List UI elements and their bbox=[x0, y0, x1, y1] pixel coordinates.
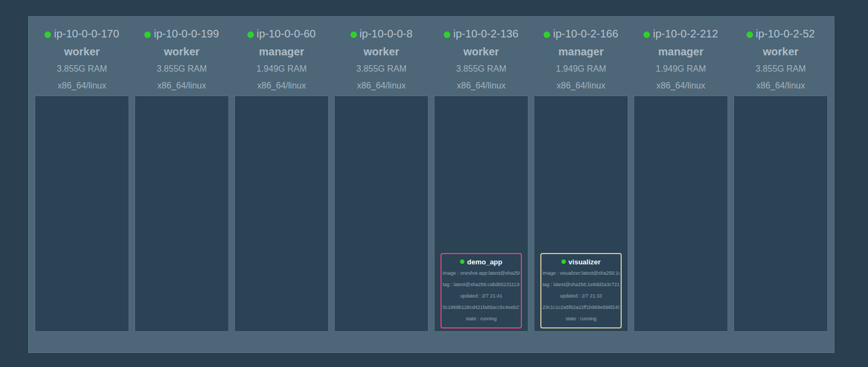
node-hostname-row: ip-10-0-0-60 bbox=[234, 24, 329, 43]
node-memory: 3.855G RAM bbox=[334, 60, 429, 77]
node-memory: 1.949G RAM bbox=[234, 60, 329, 77]
node-tasks-area bbox=[35, 96, 129, 332]
node-hostname-row: ip-10-0-2-166 bbox=[534, 24, 628, 43]
node-memory: 3.855G RAM bbox=[35, 60, 129, 77]
node-card: ip-10-0-2-166 manager 1.949G RAM x86_64/… bbox=[531, 24, 631, 332]
task-card: visualizer image : visualizer:latest@sha… bbox=[540, 253, 622, 328]
node-tasks-area bbox=[234, 96, 329, 332]
node-hostname-row: ip-10-0-0-199 bbox=[135, 24, 229, 43]
node-hostname-row: ip-10-0-0-8 bbox=[334, 24, 429, 43]
node-tasks-area bbox=[733, 96, 828, 332]
node-hostname-row: ip-10-0-2-52 bbox=[733, 24, 828, 43]
task-status-dot-icon bbox=[460, 260, 464, 264]
node-role: worker bbox=[733, 43, 828, 60]
node-role: worker bbox=[35, 43, 129, 60]
node-status-dot-icon bbox=[444, 31, 450, 38]
task-card: demo_app image : oneshot-app:latest@sha2… bbox=[441, 253, 522, 328]
node-role: worker bbox=[334, 43, 429, 60]
node-hostname: ip-10-0-0-199 bbox=[154, 28, 219, 40]
node-platform: x86_64/linux bbox=[135, 77, 229, 94]
task-detail-line: state : running bbox=[443, 313, 520, 325]
node-status-dot-icon bbox=[44, 31, 51, 38]
task-detail-line: updated : 2/7 21:33 bbox=[542, 290, 620, 302]
node-hostname-row: ip-10-0-2-136 bbox=[434, 24, 528, 43]
task-detail-line: image : visualizer:latest@sha256:1e8 bbox=[542, 268, 620, 279]
node-role: manager bbox=[234, 43, 329, 60]
node-card: ip-10-0-0-60 manager 1.949G RAM x86_64/l… bbox=[232, 24, 331, 332]
node-platform: x86_64/linux bbox=[35, 77, 129, 94]
node-card: ip-10-0-0-8 worker 3.855G RAM x86_64/lin… bbox=[331, 24, 431, 332]
node-card: ip-10-0-0-199 worker 3.855G RAM x86_64/l… bbox=[132, 24, 232, 332]
node-hostname: ip-10-0-0-170 bbox=[54, 28, 119, 40]
node-memory: 3.855G RAM bbox=[434, 60, 528, 77]
node-status-dot-icon bbox=[643, 31, 650, 38]
node-platform: x86_64/linux bbox=[234, 77, 329, 94]
node-platform: x86_64/linux bbox=[733, 77, 828, 94]
node-hostname: ip-10-0-0-60 bbox=[257, 28, 316, 40]
task-detail-line: image : oneshot-app:latest@sha256: bbox=[443, 268, 520, 279]
node-tasks-area bbox=[135, 96, 229, 332]
task-detail-line: tag : latest@sha256:1e8dd2a3c7216 bbox=[542, 279, 620, 290]
task-name-row: visualizer bbox=[542, 257, 620, 268]
node-role: worker bbox=[135, 43, 229, 60]
node-platform: x86_64/linux bbox=[634, 77, 728, 94]
node-platform: x86_64/linux bbox=[434, 77, 528, 94]
node-status-dot-icon bbox=[350, 31, 357, 38]
node-status-dot-icon bbox=[144, 31, 151, 38]
node-memory: 3.855G RAM bbox=[733, 60, 828, 77]
node-role: manager bbox=[634, 43, 728, 60]
node-hostname: ip-10-0-2-52 bbox=[756, 28, 815, 40]
node-hostname: ip-10-0-2-166 bbox=[553, 28, 618, 40]
node-role: worker bbox=[434, 43, 528, 60]
node-platform: x86_64/linux bbox=[334, 77, 429, 94]
task-detail-line: state : running bbox=[542, 313, 620, 325]
task-detail-line: updated : 2/7 21:41 bbox=[443, 290, 520, 302]
node-hostname: ip-10-0-2-136 bbox=[453, 28, 518, 40]
node-status-dot-icon bbox=[746, 31, 753, 38]
task-name: visualizer bbox=[569, 258, 601, 266]
node-hostname-row: ip-10-0-2-212 bbox=[634, 24, 728, 43]
node-status-dot-icon bbox=[247, 31, 254, 38]
task-detail-line: 23c1c1c2a5f82a22ff1b969e596f240e bbox=[542, 302, 620, 313]
node-memory: 3.855G RAM bbox=[135, 60, 229, 77]
node-platform: x86_64/linux bbox=[534, 77, 628, 94]
node-card: ip-10-0-2-52 worker 3.855G RAM x86_64/li… bbox=[731, 24, 831, 332]
node-card: ip-10-0-2-136 worker 3.855G RAM x86_64/l… bbox=[431, 24, 531, 332]
node-status-dot-icon bbox=[544, 31, 550, 38]
task-detail-line: tag : latest@sha256:cabd652311136 bbox=[443, 279, 520, 290]
node-hostname: ip-10-0-2-212 bbox=[653, 28, 718, 40]
node-tasks-area bbox=[634, 96, 728, 332]
node-memory: 1.949G RAM bbox=[634, 60, 728, 77]
node-hostname: ip-10-0-0-8 bbox=[360, 28, 413, 40]
node-tasks-area: visualizer image : visualizer:latest@sha… bbox=[534, 96, 628, 332]
node-tasks-area bbox=[334, 96, 429, 332]
node-tasks-area: demo_app image : oneshot-app:latest@sha2… bbox=[434, 96, 528, 332]
task-status-dot-icon bbox=[561, 260, 566, 264]
task-detail-line: 0c1969b128cd421fa85acc5c4eeb27d bbox=[443, 302, 520, 313]
node-hostname-row: ip-10-0-0-170 bbox=[35, 24, 129, 43]
node-card: ip-10-0-2-212 manager 1.949G RAM x86_64/… bbox=[631, 24, 731, 332]
swarm-visualizer-page: { "colors": { "page_bg": "#2a4050", "pan… bbox=[0, 0, 868, 367]
cluster-panel: ip-10-0-0-170 worker 3.855G RAM x86_64/l… bbox=[28, 16, 834, 353]
task-name: demo_app bbox=[467, 258, 502, 266]
node-role: manager bbox=[534, 43, 628, 60]
node-memory: 1.949G RAM bbox=[534, 60, 628, 77]
task-name-row: demo_app bbox=[443, 257, 520, 268]
node-card: ip-10-0-0-170 worker 3.855G RAM x86_64/l… bbox=[32, 24, 132, 332]
